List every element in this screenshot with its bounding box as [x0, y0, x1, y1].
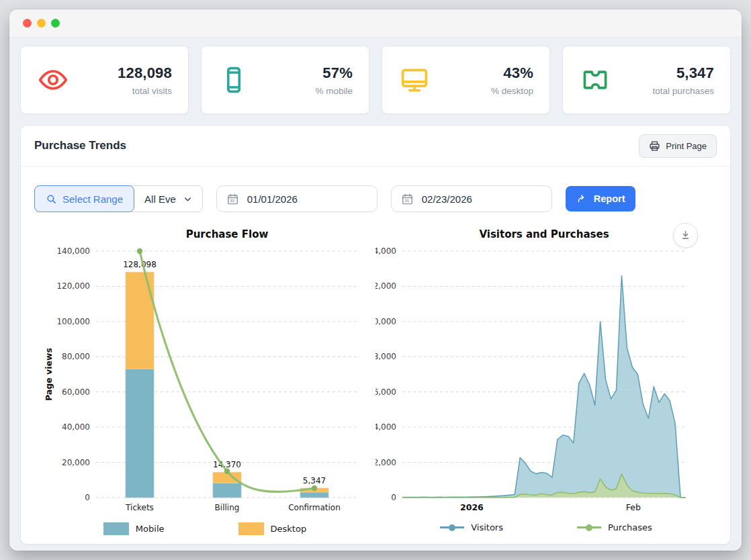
percent-mobile-label: % mobile [249, 86, 353, 96]
svg-text:0: 0 [85, 493, 90, 502]
event-filter-value: All Eve [144, 193, 176, 205]
legend-label: Purchases [608, 522, 652, 532]
svg-text:6,000: 6,000 [376, 387, 396, 397]
app-window: 128,098 total visits 57% % mobile [9, 9, 742, 551]
legend-item-desktop[interactable]: Desktop [238, 522, 307, 535]
chevron-down-icon [183, 194, 193, 204]
stat-card-total-purchases: 5,347 total purchases [562, 46, 731, 114]
percent-mobile-value: 57% [249, 64, 353, 82]
legend-label: Desktop [271, 524, 307, 534]
purchase-flow-chart: 020,00040,00060,00080,000100,000120,0001… [34, 226, 376, 535]
svg-text:12,000: 12,000 [376, 281, 396, 291]
svg-text:140,000: 140,000 [56, 246, 90, 256]
share-arrow-icon [576, 193, 588, 205]
svg-text:120,000: 120,000 [56, 281, 90, 291]
svg-text:2,000: 2,000 [376, 458, 396, 467]
svg-text:0: 0 [391, 493, 396, 502]
total-purchases-label: total purchases [610, 86, 714, 96]
legend-label: Visitors [471, 522, 503, 532]
purchase-flow-plot: 020,00040,00060,00080,000100,000120,0001… [34, 226, 377, 516]
svg-text:128,098: 128,098 [123, 260, 157, 269]
svg-text:14,000: 14,000 [376, 246, 396, 256]
legend-item-purchases[interactable]: Purchases [577, 522, 652, 532]
purchase-trends-panel: Purchase Trends Print Page [20, 125, 731, 545]
svg-text:14,370: 14,370 [213, 460, 241, 469]
stat-card-total-visits: 128,098 total visits [20, 46, 189, 114]
visitors-purchases-chart: 02,0004,0006,0008,00010,00012,00014,000V… [376, 226, 717, 535]
svg-text:Confirmation: Confirmation [288, 503, 341, 512]
event-filter-select[interactable]: All Eve [134, 186, 202, 212]
visitors-purchases-plot: 02,0004,0006,0008,00010,00012,00014,000V… [376, 226, 718, 516]
ticket-icon [580, 65, 610, 95]
printer-icon [649, 140, 660, 152]
charts-row: 020,00040,00060,00080,000100,000120,0001… [21, 212, 730, 535]
select-range-button[interactable]: Select Range [34, 185, 134, 212]
svg-text:Tickets: Tickets [125, 503, 154, 512]
report-label: Report [594, 193, 625, 204]
percent-desktop-value: 43% [429, 64, 533, 82]
mobile-swatch [103, 522, 129, 535]
total-purchases-value: 5,347 [610, 64, 714, 82]
purchase-flow-legend: Mobile Desktop [34, 522, 376, 535]
calendar-icon: 31 [226, 193, 239, 205]
svg-text:60,000: 60,000 [62, 387, 90, 397]
window-titlebar [9, 9, 742, 38]
start-date-input[interactable] [247, 193, 367, 205]
end-date-field[interactable]: 31 [391, 185, 552, 212]
download-icon [680, 230, 691, 241]
calendar-icon: 31 [401, 193, 414, 205]
print-page-button[interactable]: Print Page [639, 134, 717, 158]
print-page-label: Print Page [666, 141, 707, 151]
svg-text:Purchase Flow: Purchase Flow [186, 228, 269, 240]
svg-text:80,000: 80,000 [62, 352, 90, 361]
zoom-window-button[interactable] [51, 19, 60, 28]
total-visits-value: 128,098 [68, 64, 172, 82]
download-chart-button[interactable] [673, 223, 698, 248]
start-date-field[interactable]: 31 [216, 185, 378, 212]
svg-text:20,000: 20,000 [62, 458, 90, 467]
percent-desktop-label: % desktop [429, 86, 533, 96]
minimize-window-button[interactable] [37, 19, 46, 28]
report-button[interactable]: Report [566, 186, 636, 212]
legend-label: Mobile [136, 524, 165, 534]
svg-text:31: 31 [230, 199, 234, 203]
filter-row: Select Range All Eve 31 [21, 167, 730, 212]
stat-card-percent-mobile: 57% % mobile [201, 46, 369, 114]
svg-text:Billing: Billing [215, 503, 240, 512]
total-visits-label: total visits [68, 86, 172, 96]
svg-text:4,000: 4,000 [376, 422, 396, 432]
svg-text:Page views: Page views [44, 348, 54, 401]
select-range-label: Select Range [62, 193, 123, 205]
dashboard-content: 128,098 total visits 57% % mobile [9, 38, 742, 550]
svg-text:10,000: 10,000 [376, 317, 396, 326]
visitors-marker [440, 526, 464, 528]
svg-text:Feb: Feb [626, 502, 641, 512]
visitors-purchases-legend: Visitors Purchases [376, 522, 717, 532]
desktop-background: 128,098 total visits 57% % mobile [0, 0, 751, 560]
eye-icon [38, 65, 68, 95]
stats-row: 128,098 total visits 57% % mobile [20, 46, 731, 114]
close-window-button[interactable] [23, 19, 32, 28]
desktop-swatch [238, 522, 264, 535]
search-icon [46, 193, 57, 205]
svg-text:5,347: 5,347 [303, 476, 326, 485]
legend-item-visitors[interactable]: Visitors [440, 522, 503, 532]
panel-title: Purchase Trends [34, 139, 126, 152]
svg-text:2026: 2026 [460, 502, 484, 512]
svg-text:Visitors and Purchases: Visitors and Purchases [479, 228, 609, 240]
monitor-icon [400, 65, 429, 95]
svg-text:8,000: 8,000 [376, 352, 396, 361]
svg-text:100,000: 100,000 [56, 317, 90, 326]
svg-text:40,000: 40,000 [62, 422, 90, 432]
range-filter-group: Select Range All Eve [34, 185, 203, 212]
stat-card-percent-desktop: 43% % desktop [382, 46, 550, 114]
purchase-trends-header: Purchase Trends Print Page [21, 126, 730, 166]
purchases-marker [577, 526, 601, 528]
smartphone-icon [219, 65, 249, 95]
svg-text:31: 31 [404, 199, 409, 203]
end-date-input[interactable] [422, 193, 542, 205]
legend-item-mobile[interactable]: Mobile [103, 522, 165, 535]
